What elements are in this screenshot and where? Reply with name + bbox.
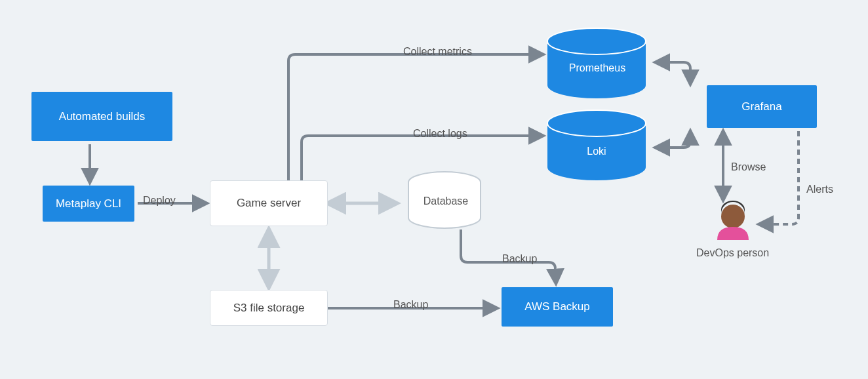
backup-s3-label: Backup [393, 299, 428, 311]
collect-logs-label: Collect logs [413, 128, 467, 140]
game-server-node: Game server [210, 180, 328, 226]
database-node-label: Database [420, 195, 472, 207]
deploy-label: Deploy [143, 195, 176, 207]
browse-label: Browse [731, 161, 766, 173]
svg-point-2 [547, 110, 646, 136]
loki-node-label: Loki [577, 146, 616, 157]
grafana-node: Grafana [707, 85, 817, 128]
prometheus-node-label: Prometheus [561, 62, 633, 74]
svg-point-0 [408, 172, 481, 193]
svg-point-1 [547, 28, 646, 54]
backup-db-label: Backup [502, 253, 537, 265]
metaplay-cli-node: Metaplay CLI [43, 186, 134, 222]
alerts-label: Alerts [806, 184, 833, 195]
devops-person-icon [717, 201, 749, 240]
aws-backup-node: AWS Backup [502, 287, 613, 327]
automated-builds-node: Automated builds [31, 92, 172, 141]
svg-point-3 [721, 205, 745, 228]
devops-person-label: DevOps person [696, 247, 769, 259]
s3-node: S3 file storage [210, 290, 328, 326]
collect-metrics-label: Collect metrics [403, 46, 472, 58]
